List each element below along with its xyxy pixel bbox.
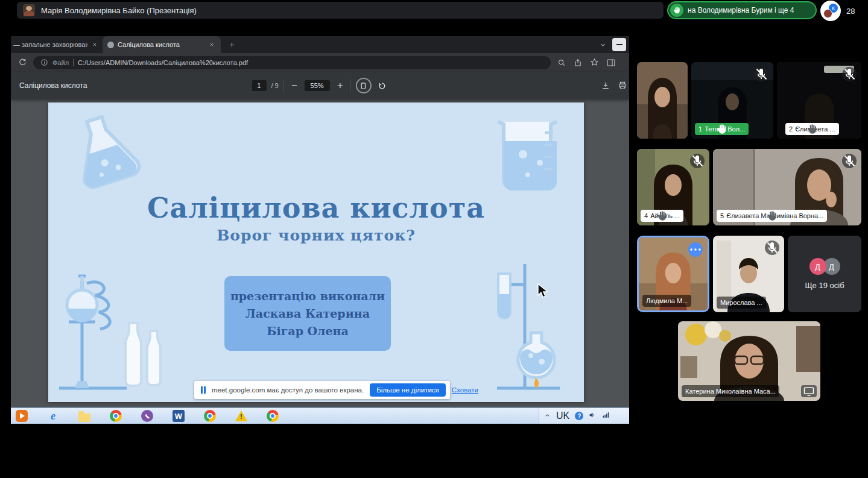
url-scheme: Файл	[52, 59, 69, 66]
page-number-input[interactable]: 1	[252, 80, 266, 91]
mic-off-icon	[754, 67, 768, 81]
warning-icon[interactable]: !	[235, 410, 247, 421]
tab-close-icon[interactable]	[90, 40, 99, 49]
raised-hand-icon	[641, 210, 683, 222]
share-icon[interactable]	[572, 57, 583, 68]
tile-options-button[interactable]	[688, 242, 703, 257]
google-meet-window: Марія Володимирівна Байко (Презентація) …	[0, 0, 868, 478]
credits-line: Бігар Олена	[267, 322, 349, 340]
system-tray: UK ?	[539, 408, 629, 424]
shared-screen: — запальне захворюванн Саліцилова кислот…	[11, 36, 629, 407]
new-tab-button[interactable]	[226, 39, 238, 51]
raised-hands-banner[interactable]: на Володимирівна Бурим і ще 4	[667, 1, 817, 19]
tab-search-chevron-icon[interactable]	[597, 39, 608, 50]
participant-tile-3[interactable]: 2 Єлизавета ...	[777, 62, 861, 139]
pdf-toolbar: Саліцилова кислота 1 / 9 55%	[11, 72, 629, 99]
raised-hand-icon	[670, 4, 683, 17]
windows-taskbar: e W ! UK ?	[11, 407, 629, 424]
participant-tile-1[interactable]	[637, 62, 688, 139]
participant-name-label: Людмила М...	[642, 295, 691, 307]
participant-tile-6-active-speaker[interactable]: Людмила М...	[637, 236, 709, 312]
address-bar[interactable]: Файл C:/Users/ADMIN/Downloads/Саліцилова…	[33, 56, 551, 69]
slide-title: Саліцилова кислота	[48, 192, 584, 224]
participant-tile-9[interactable]: Катерина Миколаївна Маса...	[678, 321, 820, 401]
participant-tile-4[interactable]: 4 Айсєль ...	[637, 149, 709, 225]
raised-hand-icon	[785, 123, 839, 135]
zoom-out-button[interactable]	[289, 80, 300, 91]
tab-active[interactable]: Саліцилова кислота	[103, 36, 221, 53]
slide-page: Саліцилова кислота Ворог чорних цяток? п…	[48, 102, 584, 402]
file-explorer-icon[interactable]	[78, 414, 90, 422]
participant-name-label: 2 Єлизавета ...	[785, 123, 839, 135]
chrome-icon-2[interactable]	[204, 410, 216, 422]
viber-icon[interactable]	[141, 410, 153, 422]
reload-icon[interactable]	[17, 57, 28, 68]
mic-off-icon	[690, 154, 705, 168]
participant-video	[637, 62, 688, 139]
mini-avatar-photo	[823, 9, 832, 18]
help-icon[interactable]: ?	[575, 412, 583, 420]
participant-name-label: 5 Єлизавета Максимівна Ворна...	[717, 210, 827, 222]
word-icon[interactable]: W	[173, 410, 185, 422]
minimize-button[interactable]	[612, 38, 626, 51]
volume-icon[interactable]	[589, 410, 597, 421]
chrome-icon[interactable]	[110, 410, 122, 422]
pdf-content-area[interactable]: Саліцилова кислота Ворог чорних цяток? п…	[11, 99, 629, 407]
sharing-pause-icon	[201, 386, 206, 394]
bookmark-star-icon[interactable]	[589, 57, 600, 68]
participant-tile-5[interactable]: 5 Єлизавета Максимівна Ворна...	[713, 149, 861, 225]
rotate-button[interactable]	[376, 80, 388, 92]
slide-illustrations	[48, 102, 584, 402]
stop-sharing-button[interactable]: Більше не ділитися	[370, 383, 446, 397]
tab-close-icon[interactable]	[207, 40, 216, 49]
presenter-banner: Марія Володимирівна Байко (Презентація)	[17, 2, 664, 19]
participant-name-label: 1 Тетяна Вол...	[695, 123, 749, 135]
hide-banner-link[interactable]: Сховати	[452, 386, 478, 394]
tab-inactive[interactable]: — запальне захворюванн	[11, 36, 101, 53]
browser-toolbar: Файл C:/Users/ADMIN/Downloads/Саліцилова…	[11, 53, 629, 72]
more-participants-avatars: Д Д	[809, 258, 840, 275]
participant-name-label: 4 Айсєль ...	[641, 210, 683, 222]
raised-hand-icon	[717, 210, 827, 222]
tray-chevron-icon[interactable]	[544, 410, 551, 421]
slide-credits-box: презентацію виконали Ласкава Катерина Бі…	[224, 276, 391, 351]
meet-control-bar: 10:16 Хімія	[0, 424, 868, 478]
screen-share-indicator-icon	[801, 385, 817, 397]
fit-page-button[interactable]	[356, 78, 372, 93]
participants-avatars: К	[820, 1, 841, 21]
participants-count: 28	[846, 7, 855, 16]
media-player-icon[interactable]	[16, 410, 28, 422]
page-count: / 9	[271, 82, 278, 89]
participant-name-label: Мирослава ...	[717, 297, 766, 309]
print-button[interactable]	[616, 80, 629, 92]
internet-explorer-icon[interactable]: e	[47, 410, 59, 422]
tab-strip: — запальне захворюванн Саліцилова кислот…	[11, 36, 629, 53]
mouse-cursor	[537, 283, 548, 299]
url-divider	[73, 59, 74, 66]
side-panel-icon[interactable]	[605, 57, 617, 69]
credits-line: Ласкава Катерина	[246, 305, 370, 322]
url-text: C:/Users/ADMIN/Downloads/Саліцилова%20ки…	[78, 59, 248, 66]
participant-tile-7[interactable]: Мирослава ...	[713, 236, 784, 312]
participants-indicator[interactable]: К 28	[820, 1, 855, 21]
chrome-icon-3[interactable]	[267, 410, 279, 422]
zoom-search-icon[interactable]	[556, 57, 567, 68]
presenter-avatar	[23, 4, 35, 16]
mic-off-icon	[842, 67, 857, 81]
page-info-icon[interactable]	[40, 58, 48, 67]
mic-off-icon	[842, 154, 857, 168]
network-icon[interactable]	[602, 410, 610, 421]
sharing-message: meet.google.com має доступ до вашого екр…	[212, 386, 364, 394]
tab-inactive-title: — запальне захворюванн	[13, 41, 88, 48]
participant-tile-2[interactable]: 1 Тетяна Вол...	[691, 62, 773, 139]
presenter-name: Марія Володимирівна Байко (Презентація)	[41, 6, 197, 15]
language-indicator[interactable]: UK	[556, 410, 569, 421]
more-participants-tile[interactable]: Д Д Ще 19 осіб	[788, 236, 861, 312]
download-button[interactable]	[600, 80, 612, 92]
slide-subtitle: Ворог чорних цяток?	[48, 227, 584, 244]
tab-favicon	[107, 42, 114, 48]
zoom-in-button[interactable]	[335, 80, 346, 91]
zoom-level[interactable]: 55%	[305, 80, 330, 91]
raised-hand-icon	[695, 123, 749, 135]
pdf-document-title: Саліцилова кислота	[19, 81, 87, 90]
